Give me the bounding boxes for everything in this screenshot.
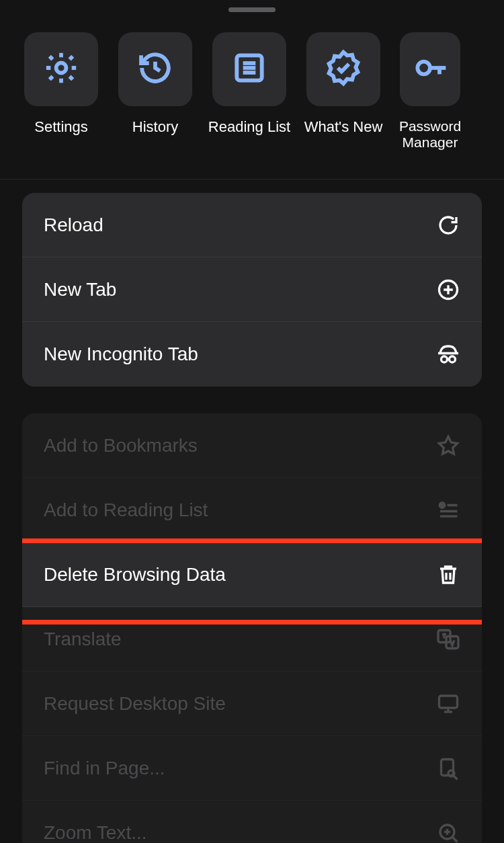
action-group-1: Reload New Tab New Incognito Tab bbox=[22, 193, 482, 387]
row-reload[interactable]: Reload bbox=[22, 193, 482, 257]
reading-list-tile bbox=[212, 32, 286, 106]
desktop-icon bbox=[436, 692, 460, 716]
password-tile bbox=[400, 32, 460, 106]
row-new-tab[interactable]: New Tab bbox=[22, 257, 482, 322]
gear-icon bbox=[42, 49, 80, 89]
translate-icon bbox=[436, 627, 460, 651]
shortcut-reading-list[interactable]: Reading List bbox=[212, 32, 287, 151]
svg-point-28 bbox=[448, 770, 454, 776]
row-add-reading-list[interactable]: Add to Reading List bbox=[22, 478, 482, 543]
shortcut-password-manager[interactable]: PasswordManager bbox=[400, 32, 460, 151]
row-zoom-text[interactable]: Zoom Text... bbox=[22, 801, 482, 843]
svg-point-11 bbox=[442, 356, 448, 362]
shortcut-label: History bbox=[132, 118, 178, 136]
incognito-icon bbox=[436, 342, 460, 366]
star-icon bbox=[436, 434, 460, 458]
shortcut-label: Settings bbox=[34, 118, 88, 136]
row-label: New Incognito Tab bbox=[44, 344, 198, 365]
shortcut-settings[interactable]: Settings bbox=[24, 32, 99, 151]
row-label: Find in Page... bbox=[44, 758, 165, 779]
row-label: Request Desktop Site bbox=[44, 693, 226, 715]
row-label: Delete Browsing Data bbox=[44, 564, 226, 586]
svg-rect-24 bbox=[439, 696, 458, 708]
reading-list-icon bbox=[230, 49, 268, 89]
svg-line-31 bbox=[452, 837, 458, 842]
action-group-2: Add to Bookmarks Add to Reading List Del… bbox=[22, 413, 482, 843]
key-icon bbox=[411, 49, 449, 89]
svg-point-0 bbox=[56, 63, 67, 73]
svg-point-5 bbox=[417, 62, 430, 75]
svg-point-12 bbox=[450, 356, 456, 362]
row-label: Add to Reading List bbox=[44, 499, 208, 521]
shortcut-label: PasswordManager bbox=[399, 118, 461, 151]
row-label: Translate bbox=[44, 629, 122, 650]
row-add-bookmarks[interactable]: Add to Bookmarks bbox=[22, 413, 482, 478]
row-label: Zoom Text... bbox=[44, 822, 147, 843]
badge-check-icon bbox=[325, 49, 362, 89]
section-divider bbox=[0, 179, 504, 179]
svg-line-29 bbox=[454, 776, 457, 779]
shortcut-history[interactable]: History bbox=[118, 32, 193, 151]
settings-tile bbox=[24, 32, 98, 106]
sheet-grabber[interactable] bbox=[228, 7, 276, 12]
row-find-in-page[interactable]: Find in Page... bbox=[22, 736, 482, 801]
trash-icon bbox=[436, 563, 460, 587]
find-in-page-icon bbox=[436, 756, 460, 780]
row-label: New Tab bbox=[44, 279, 116, 300]
whats-new-tile bbox=[306, 32, 380, 106]
plus-circle-icon bbox=[436, 278, 460, 302]
shortcut-label: What's New bbox=[304, 118, 383, 136]
row-delete-browsing-data[interactable]: Delete Browsing Data bbox=[22, 543, 482, 607]
row-new-incognito-tab[interactable]: New Incognito Tab bbox=[22, 322, 482, 387]
history-icon bbox=[136, 49, 174, 89]
zoom-in-icon bbox=[436, 821, 460, 843]
row-request-desktop-site[interactable]: Request Desktop Site bbox=[22, 672, 482, 736]
shortcut-row: Settings History Reading List What's New bbox=[0, 12, 504, 151]
history-tile bbox=[118, 32, 192, 106]
reload-icon bbox=[436, 213, 460, 237]
shortcut-label: Reading List bbox=[208, 118, 290, 136]
row-label: Add to Bookmarks bbox=[44, 435, 198, 456]
add-reading-list-icon bbox=[436, 498, 460, 522]
row-label: Reload bbox=[44, 214, 103, 236]
row-translate[interactable]: Translate bbox=[22, 607, 482, 672]
shortcut-whats-new[interactable]: What's New bbox=[306, 32, 381, 151]
